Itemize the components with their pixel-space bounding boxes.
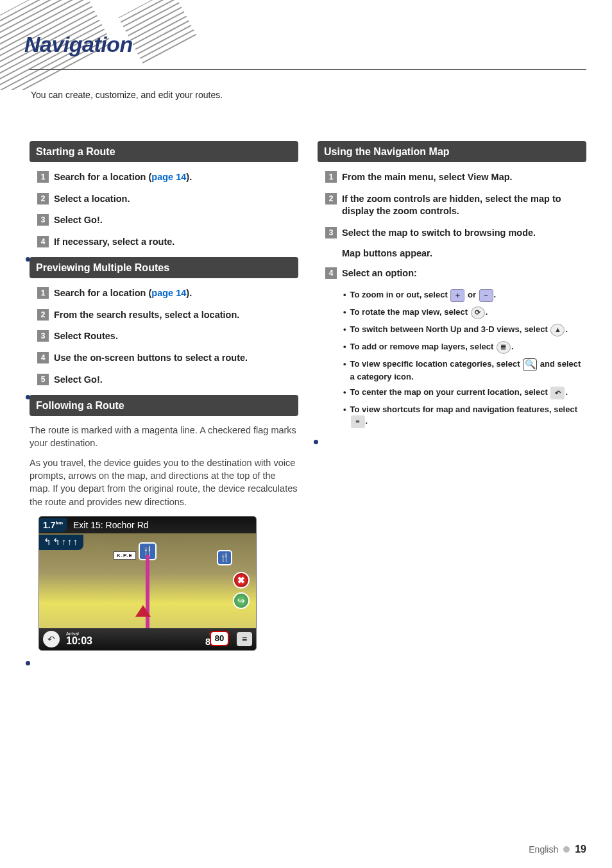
start-step-4: 4 If necessary, select a route.: [37, 236, 298, 249]
section-dot-icon: [26, 661, 30, 665]
intro-text: You can create, customize, and edit your…: [0, 90, 612, 100]
page-ref-link[interactable]: page 14: [151, 288, 186, 298]
step-number: 2: [325, 193, 337, 204]
option-northup-3d: • To switch between North Up and 3-D vie…: [341, 324, 586, 337]
step-number: 3: [37, 214, 49, 226]
using-note: Map buttons appear.: [342, 248, 586, 258]
step-number: 4: [325, 267, 337, 279]
map-distance: 1.7km: [39, 518, 67, 532]
step-number: 2: [37, 309, 49, 321]
page-header: Navigation: [0, 0, 612, 90]
search-icon: 🔍: [523, 358, 537, 371]
section-dot-icon: [314, 440, 318, 444]
section-using-nav-map: Using the Navigation Map: [318, 141, 586, 162]
step-text: Select an option:: [342, 267, 586, 280]
page-ref-link[interactable]: page 14: [151, 172, 186, 182]
step-number: 3: [37, 330, 49, 342]
step-number: 2: [37, 193, 49, 204]
start-step-3: 3 Select Go!.: [37, 214, 298, 227]
option-layers: • To add or remove map layers, select ≣.: [341, 341, 586, 354]
vehicle-icon: [135, 605, 151, 617]
using-step-1: 1 From the main menu, select View Map.: [325, 171, 586, 184]
section-dot-icon: [26, 395, 30, 399]
step-text: From the main menu, select View Map.: [342, 171, 586, 184]
stop-route-icon: ✖: [233, 572, 250, 588]
route-line: [139, 555, 157, 632]
follow-paragraph-1: The route is marked with a magenta line.…: [30, 424, 298, 450]
step-number: 1: [37, 171, 49, 183]
step-number: 1: [37, 287, 49, 299]
start-step-1: 1 Search for a location (page 14).: [37, 171, 298, 184]
step-text: If the zoom controls are hidden, select …: [342, 193, 586, 218]
option-categories: • To view specific location categories, …: [341, 358, 586, 383]
map-exit-label: Exit 15: Rochor Rd: [73, 520, 149, 530]
footer-language: English: [529, 844, 558, 855]
step-text: From the search results, select a locati…: [54, 309, 298, 322]
section-starting-route: Starting a Route: [30, 141, 298, 162]
step-text: If necessary, select a route.: [54, 236, 298, 249]
road-badge: K.P.E: [114, 551, 136, 560]
step-text: Select Go!.: [54, 374, 298, 387]
food-poi-icon: 🍴: [217, 550, 232, 565]
left-column: Starting a Route 1 Search for a location…: [30, 141, 298, 658]
footer-dot-icon: [563, 846, 570, 853]
section-preview-routes: Previewing Multiple Routes: [30, 257, 298, 278]
option-rotate: • To rotate the map view, select ⟳.: [341, 306, 586, 319]
preview-step-1: 1 Search for a location (page 14).: [37, 287, 298, 300]
back-icon: ↶: [43, 631, 60, 647]
using-step-2: 2 If the zoom controls are hidden, selec…: [325, 193, 586, 218]
speed-limit-badge: 80: [210, 631, 229, 646]
option-zoom: • To zoom in or out, select ＋ or －.: [341, 289, 586, 302]
preview-step-4: 4 Use the on-screen buttons to select a …: [37, 352, 298, 365]
zoom-in-icon: ＋: [450, 289, 464, 302]
using-step-3: 3 Select the map to switch to browsing m…: [325, 227, 586, 240]
step-number: 5: [37, 374, 49, 385]
menu-icon: ≡: [351, 415, 365, 428]
step-number: 4: [37, 352, 49, 363]
page-title: Navigation: [24, 32, 133, 57]
layers-icon: ≣: [497, 341, 511, 354]
step-text: Select Routes.: [54, 330, 298, 343]
menu-icon: ≡: [237, 632, 252, 646]
step-text: Select the map to switch to browsing mod…: [342, 227, 586, 240]
nav-map-screenshot: 1.7km Exit 15: Rochor Rd ↰↰↑↑↑ K.P.E 🍴 🍴…: [38, 516, 257, 651]
step-number: 4: [37, 236, 49, 247]
title-rule: [30, 69, 586, 70]
preview-step-3: 3 Select Routes.: [37, 330, 298, 343]
page-footer: English 19: [529, 844, 586, 855]
step-text: Search for a location (: [54, 288, 151, 298]
north-up-icon: ▲: [550, 324, 565, 337]
step-number: 3: [325, 227, 337, 238]
using-step-4: 4 Select an option:: [325, 267, 586, 280]
step-text: Use the on-screen buttons to select a ro…: [54, 352, 298, 365]
start-step-2: 2 Select a location.: [37, 193, 298, 206]
zoom-out-icon: －: [479, 289, 493, 302]
preview-step-5: 5 Select Go!.: [37, 374, 298, 387]
option-center: • To center the map on your current loca…: [341, 387, 586, 399]
rotate-map-icon: ⟳: [471, 306, 485, 319]
right-column: Using the Navigation Map 1 From the main…: [318, 141, 586, 658]
reset-icon: ↶: [550, 387, 565, 399]
lane-arrows-icon: ↰↰↑↑↑: [39, 535, 83, 550]
detour-icon: ↪: [233, 592, 250, 609]
page-number: 19: [575, 844, 586, 855]
preview-step-2: 2 From the search results, select a loca…: [37, 309, 298, 322]
step-number: 1: [325, 171, 337, 183]
step-text-suffix: ).: [186, 172, 192, 182]
step-text: Search for a location (: [54, 172, 151, 182]
step-text: Select a location.: [54, 193, 298, 206]
option-list: • To zoom in or out, select ＋ or －. • To…: [341, 289, 586, 428]
option-shortcuts: • To view shortcuts for map and navigati…: [341, 404, 586, 428]
step-text: Select Go!.: [54, 214, 298, 227]
arrival-time: Arrival 10:03: [66, 631, 92, 646]
step-text-suffix: ).: [186, 288, 192, 298]
section-following-route: Following a Route: [30, 395, 298, 416]
follow-paragraph-2: As you travel, the device guides you to …: [30, 456, 298, 508]
